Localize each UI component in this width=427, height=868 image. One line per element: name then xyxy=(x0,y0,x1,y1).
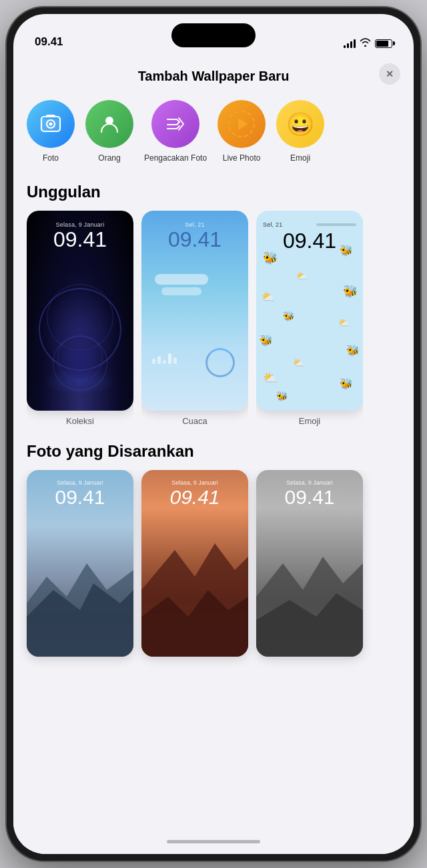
close-button[interactable]: ✕ xyxy=(379,63,400,85)
sheet-title: Tambah Wallpaper Baru xyxy=(138,69,290,84)
status-icons xyxy=(344,38,392,49)
featured-title: Unggulan xyxy=(27,183,101,201)
warm-time-overlay: Selasa, 9 Januari 09.41 xyxy=(141,470,248,512)
wallpaper-card-koleksi[interactable]: Selasa, 9 Januari 09.41 Koleksi xyxy=(27,211,133,426)
home-indicator xyxy=(167,840,260,843)
category-row: Foto Orang xyxy=(13,95,414,177)
phone-frame: 09.41 xyxy=(7,7,420,861)
koleksi-time-overlay: Selasa, 9 Januari 09.41 xyxy=(27,211,133,257)
suggested-section-header: Foto yang Disarankan xyxy=(13,437,414,470)
category-foto[interactable]: Foto xyxy=(27,100,75,164)
emoji-label: Emoji xyxy=(290,153,310,164)
svg-rect-1 xyxy=(46,115,55,117)
foto-circle xyxy=(27,100,75,148)
category-orang[interactable]: Orang xyxy=(85,100,133,164)
emoji-circle: 😀 xyxy=(276,100,324,148)
emoji-wp-time-overlay: Sel, 21 09.41 xyxy=(256,211,363,258)
cuaca-label: Cuaca xyxy=(182,416,207,426)
category-pengacakan[interactable]: Pengacakan Foto xyxy=(144,100,207,164)
pengacakan-label: Pengacakan Foto xyxy=(144,153,207,164)
orang-label: Orang xyxy=(98,153,120,164)
sheet-header: Tambah Wallpaper Baru ✕ xyxy=(13,53,414,95)
foto-label: Foto xyxy=(43,153,59,164)
wallpaper-preview-cuaca: Sel, 21 09.41 xyxy=(141,211,248,411)
emoji-wp-label: Emoji xyxy=(299,416,321,426)
wallpaper-card-emoji[interactable]: 🐝 🐝 ⛅ ⛅ 🐝 🐝 ⛅ 🐝 🐝 ⛅ ⛅ 🐝 � xyxy=(256,211,363,426)
phone-screen: 09.41 xyxy=(13,14,414,854)
orang-circle xyxy=(85,100,133,148)
sheet-content: Tambah Wallpaper Baru ✕ Fot xyxy=(13,53,414,854)
dynamic-island xyxy=(171,23,256,47)
emoji-wp-date: Sel, 21 xyxy=(263,221,282,228)
blue-time: 09.41 xyxy=(32,486,128,508)
suggested-card-warm[interactable]: Selasa, 9 Januari 09.41 xyxy=(141,470,248,657)
status-time: 09.41 xyxy=(35,35,63,49)
wifi-icon xyxy=(360,38,371,49)
featured-section-header: Unggulan xyxy=(13,177,414,211)
signal-icon xyxy=(344,39,356,48)
koleksi-time: 09.41 xyxy=(33,228,127,251)
live-circle xyxy=(218,100,266,148)
svg-rect-4 xyxy=(41,119,60,131)
suggested-card-grey[interactable]: Selasa, 9 Januari 09.41 xyxy=(256,470,363,657)
featured-wallpaper-row: Selasa, 9 Januari 09.41 Koleksi Se xyxy=(13,211,414,437)
grey-time: 09.41 xyxy=(262,486,358,508)
pengacakan-circle xyxy=(151,100,199,148)
suggested-title: Foto yang Disarankan xyxy=(27,442,194,460)
wallpaper-card-cuaca[interactable]: Sel, 21 09.41 xyxy=(141,211,248,426)
category-live[interactable]: Live Photo xyxy=(218,100,266,164)
suggested-photo-row: Selasa, 9 Januari 09.41 Selasa, 9 Januar… xyxy=(13,470,414,677)
live-icon xyxy=(228,111,255,137)
battery-icon xyxy=(375,39,392,48)
cuaca-time: 09.41 xyxy=(148,228,242,251)
blue-time-overlay: Selasa, 9 Januari 09.41 xyxy=(27,470,133,512)
suggested-card-blue[interactable]: Selasa, 9 Januari 09.41 xyxy=(27,470,133,657)
category-emoji[interactable]: 😀 Emoji xyxy=(276,100,324,164)
cuaca-date: Sel, 21 xyxy=(148,221,242,228)
emoji-wp-time: 09.41 xyxy=(263,229,356,253)
wallpaper-preview-koleksi: Selasa, 9 Januari 09.41 xyxy=(27,211,133,411)
koleksi-label: Koleksi xyxy=(66,416,94,426)
live-label: Live Photo xyxy=(223,153,261,164)
grey-date: Selasa, 9 Januari xyxy=(262,479,358,486)
koleksi-date: Selasa, 9 Januari xyxy=(33,221,127,228)
warm-date: Selasa, 9 Januari xyxy=(147,479,243,486)
blue-date: Selasa, 9 Januari xyxy=(32,479,128,486)
cuaca-time-overlay: Sel, 21 09.41 xyxy=(141,211,248,257)
wallpaper-preview-emoji: 🐝 🐝 ⛅ ⛅ 🐝 🐝 ⛅ 🐝 🐝 ⛅ ⛅ 🐝 � xyxy=(256,211,363,411)
grey-time-overlay: Selasa, 9 Januari 09.41 xyxy=(256,470,363,512)
warm-time: 09.41 xyxy=(147,486,243,508)
